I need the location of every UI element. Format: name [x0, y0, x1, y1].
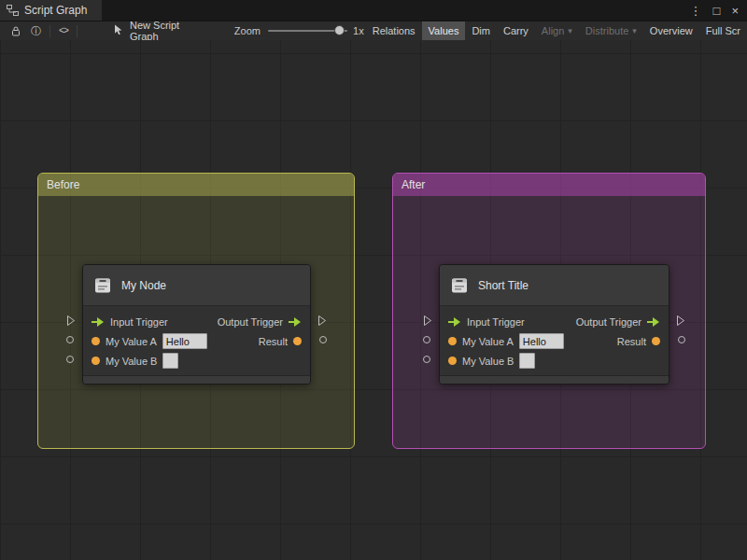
- zoom-value: 1x: [353, 25, 364, 36]
- zoom-label: Zoom: [234, 25, 261, 36]
- align-button[interactable]: Align ▾: [535, 21, 579, 41]
- flow-input-port-marker[interactable]: [66, 315, 76, 327]
- value-input-port-marker[interactable]: [423, 336, 430, 343]
- value-dot-icon: [448, 357, 457, 365]
- code-icon[interactable]: <>: [54, 21, 73, 41]
- port-label: My Value A: [106, 336, 157, 347]
- toolbar-separator: [77, 25, 78, 37]
- graph-picker[interactable]: New Script Graph: [113, 20, 210, 42]
- node-wrap-short-title: Short Title Input Trigger Output Trigger: [439, 264, 669, 385]
- flow-output-port-marker[interactable]: [317, 315, 327, 327]
- port-label: Input Trigger: [110, 316, 168, 328]
- align-label: Align: [542, 25, 564, 36]
- node-my-node[interactable]: My Node Input Trigger Output Trigger: [82, 264, 311, 385]
- port-label: Output Trigger: [576, 316, 641, 328]
- port-row: My Value A Result: [440, 331, 669, 351]
- lock-icon[interactable]: [6, 21, 26, 41]
- value-dot-icon: [293, 337, 302, 345]
- value-dot-icon: [92, 337, 100, 345]
- group-after-title: After: [402, 178, 425, 191]
- dim-button[interactable]: Dim: [465, 21, 497, 41]
- value-output-port-marker[interactable]: [319, 336, 327, 343]
- node-footer: [440, 375, 669, 384]
- port-label: My Value A: [462, 336, 514, 347]
- port-row: My Value A Result: [83, 331, 310, 351]
- toolbar-separator: [49, 25, 50, 37]
- chevron-down-icon: ▾: [632, 26, 637, 35]
- tab-script-graph[interactable]: Script Graph: [0, 0, 102, 21]
- kebab-menu-icon[interactable]: ⋮: [690, 5, 702, 17]
- value-b-input[interactable]: [519, 353, 535, 369]
- zoom-slider[interactable]: [268, 21, 347, 40]
- port-my-value-a[interactable]: My Value A: [92, 333, 207, 349]
- zoom-slider-knob[interactable]: [334, 25, 345, 35]
- port-label: My Value B: [106, 356, 157, 367]
- cursor-icon: [113, 24, 124, 37]
- flow-arrow-icon: [92, 317, 105, 327]
- value-input-port-marker[interactable]: [66, 336, 74, 343]
- port-label: Input Trigger: [467, 316, 525, 328]
- value-b-input[interactable]: [162, 353, 178, 369]
- node-title: My Node: [121, 279, 166, 292]
- port-label: Result: [259, 336, 288, 347]
- port-my-value-a[interactable]: My Value A: [448, 333, 564, 349]
- node-title: Short Title: [478, 279, 529, 292]
- node-short-title[interactable]: Short Title Input Trigger Output Trigger: [439, 264, 669, 385]
- graph-canvas[interactable]: Before After: [0, 40, 747, 560]
- port-row: My Value B: [440, 351, 669, 371]
- graph-name: New Script Graph: [130, 20, 210, 42]
- group-after-header[interactable]: After: [393, 174, 705, 196]
- port-row: Input Trigger Output Trigger: [83, 312, 310, 331]
- toolbar: ⓘ <> New Script Graph Zoom 1x Relations …: [0, 21, 747, 41]
- group-before-header[interactable]: Before: [38, 174, 354, 196]
- flow-arrow-icon: [448, 317, 461, 327]
- unit-icon: [450, 276, 469, 295]
- chevron-down-icon: ▾: [568, 26, 572, 35]
- node-header[interactable]: Short Title: [440, 265, 669, 306]
- node-wrap-my-node: My Node Input Trigger Output Trigger: [82, 264, 311, 385]
- carry-button[interactable]: Carry: [497, 21, 535, 41]
- node-header[interactable]: My Node: [83, 265, 310, 306]
- port-result[interactable]: Result: [259, 336, 302, 347]
- port-label: Output Trigger: [218, 316, 283, 328]
- tab-label: Script Graph: [24, 4, 87, 17]
- tab-bar: Script Graph ⋮ □ ×: [0, 0, 747, 21]
- flow-output-port-marker[interactable]: [676, 315, 685, 327]
- flow-input-port-marker[interactable]: [423, 315, 432, 327]
- value-input-port-marker[interactable]: [66, 356, 74, 363]
- fullscreen-button[interactable]: Full Scr: [699, 21, 747, 41]
- port-label: Result: [617, 336, 646, 347]
- port-result[interactable]: Result: [617, 336, 660, 347]
- port-input-trigger[interactable]: Input Trigger: [448, 316, 525, 328]
- port-my-value-b[interactable]: My Value B: [92, 353, 178, 369]
- distribute-label: Distribute: [585, 25, 628, 36]
- value-input-port-marker[interactable]: [423, 356, 430, 363]
- value-output-port-marker[interactable]: [678, 336, 685, 343]
- close-icon[interactable]: ×: [731, 5, 739, 17]
- port-input-trigger[interactable]: Input Trigger: [92, 316, 168, 328]
- overview-button[interactable]: Overview: [643, 21, 699, 41]
- port-row: Input Trigger Output Trigger: [440, 312, 669, 331]
- port-row: My Value B: [83, 351, 310, 371]
- node-body: Input Trigger Output Trigger My Valu: [83, 306, 310, 375]
- port-label: My Value B: [462, 356, 514, 367]
- info-icon[interactable]: ⓘ: [26, 21, 46, 41]
- relations-button[interactable]: Relations: [366, 21, 422, 41]
- distribute-button[interactable]: Distribute ▾: [579, 21, 643, 41]
- value-dot-icon: [92, 357, 100, 365]
- window-controls: ⋮ □ ×: [690, 0, 747, 21]
- flow-arrow-icon: [289, 317, 302, 327]
- maximize-icon[interactable]: □: [713, 5, 721, 17]
- port-my-value-b[interactable]: My Value B: [448, 353, 535, 369]
- value-dot-icon: [448, 337, 457, 345]
- value-dot-icon: [652, 337, 660, 345]
- group-before-title: Before: [47, 178, 79, 191]
- unit-icon: [93, 276, 112, 295]
- value-a-input[interactable]: [162, 333, 207, 349]
- port-output-trigger[interactable]: Output Trigger: [576, 316, 660, 328]
- values-button[interactable]: Values: [422, 21, 466, 41]
- script-graph-window: Script Graph ⋮ □ × ⓘ <> New Script Graph: [0, 0, 747, 560]
- graph-icon: [7, 5, 19, 16]
- port-output-trigger[interactable]: Output Trigger: [218, 316, 302, 328]
- value-a-input[interactable]: [519, 333, 564, 349]
